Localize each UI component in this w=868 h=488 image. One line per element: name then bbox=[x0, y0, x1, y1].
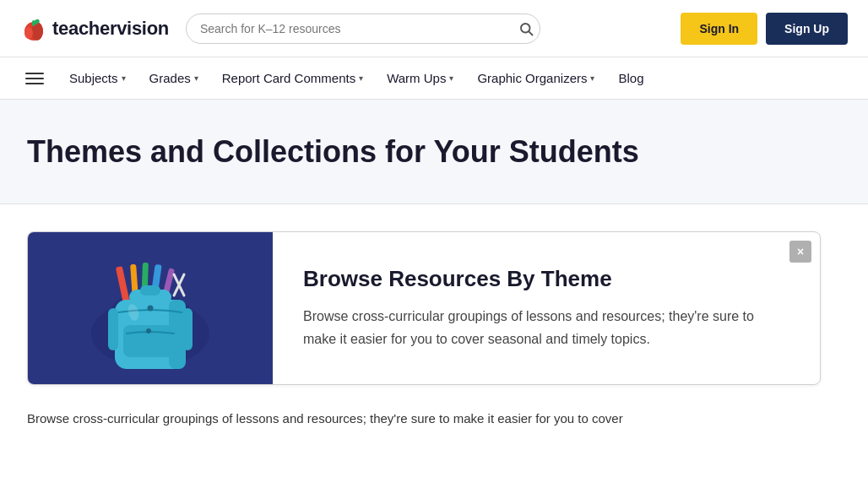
hamburger-line-2 bbox=[25, 78, 44, 79]
search-form bbox=[186, 14, 540, 44]
search-icon bbox=[518, 21, 534, 36]
nav-item-graphic-organizers[interactable]: Graphic Organizers ▾ bbox=[467, 66, 605, 90]
svg-point-2 bbox=[24, 27, 33, 39]
chevron-down-icon: ▾ bbox=[449, 73, 453, 83]
nav-item-blog[interactable]: Blog bbox=[608, 66, 654, 90]
chevron-down-icon: ▾ bbox=[359, 73, 363, 83]
svg-rect-19 bbox=[140, 285, 160, 296]
chevron-down-icon: ▾ bbox=[122, 73, 126, 83]
browse-resources-card: × bbox=[27, 231, 821, 385]
nav-label-grades: Grades bbox=[149, 71, 191, 85]
hamburger-line-3 bbox=[25, 83, 44, 84]
hamburger-line-1 bbox=[25, 73, 44, 74]
card-title: Browse Resources By Theme bbox=[303, 266, 759, 292]
svg-line-6 bbox=[529, 31, 532, 35]
site-logo[interactable]: teachervision bbox=[20, 15, 169, 42]
nav-label-warm-ups: Warm Ups bbox=[387, 71, 446, 85]
main-content: × bbox=[0, 204, 868, 449]
signup-button[interactable]: Sign Up bbox=[766, 13, 848, 45]
nav-label-report-card-comments: Report Card Comments bbox=[222, 71, 355, 85]
header-actions: Sign In Sign Up bbox=[681, 13, 848, 45]
card-close-button[interactable]: × bbox=[789, 241, 811, 263]
nav-item-grades[interactable]: Grades ▾ bbox=[139, 66, 209, 90]
svg-point-22 bbox=[148, 306, 154, 312]
apple-icon bbox=[20, 15, 47, 42]
svg-rect-24 bbox=[182, 308, 193, 350]
bottom-description-text: Browse cross-curricular groupings of les… bbox=[27, 409, 753, 429]
main-nav: Subjects ▾ Grades ▾ Report Card Comments… bbox=[0, 57, 868, 100]
nav-item-report-card-comments[interactable]: Report Card Comments ▾ bbox=[212, 66, 373, 90]
hamburger-menu-button[interactable] bbox=[20, 68, 49, 89]
svg-rect-23 bbox=[108, 308, 118, 350]
nav-label-blog: Blog bbox=[618, 71, 643, 85]
nav-label-subjects: Subjects bbox=[69, 71, 118, 85]
card-description: Browse cross-curricular groupings of les… bbox=[303, 306, 759, 350]
page-title-section: Themes and Collections for Your Students bbox=[0, 100, 868, 204]
chevron-down-icon: ▾ bbox=[590, 73, 594, 83]
search-button[interactable] bbox=[518, 21, 534, 36]
card-body: Browse Resources By Theme Browse cross-c… bbox=[273, 232, 793, 384]
chevron-down-icon: ▾ bbox=[194, 73, 198, 83]
logo-text: teachervision bbox=[52, 18, 169, 40]
backpack-illustration bbox=[74, 232, 226, 384]
site-header: teachervision Sign In Sign Up bbox=[0, 0, 868, 57]
card-image bbox=[28, 232, 273, 384]
signin-button[interactable]: Sign In bbox=[681, 13, 757, 45]
nav-item-subjects[interactable]: Subjects ▾ bbox=[59, 66, 136, 90]
page-title: Themes and Collections for Your Students bbox=[27, 133, 841, 170]
svg-point-21 bbox=[146, 328, 151, 333]
nav-label-graphic-organizers: Graphic Organizers bbox=[477, 71, 587, 85]
search-input[interactable] bbox=[186, 14, 540, 44]
nav-item-warm-ups[interactable]: Warm Ups ▾ bbox=[377, 66, 464, 90]
